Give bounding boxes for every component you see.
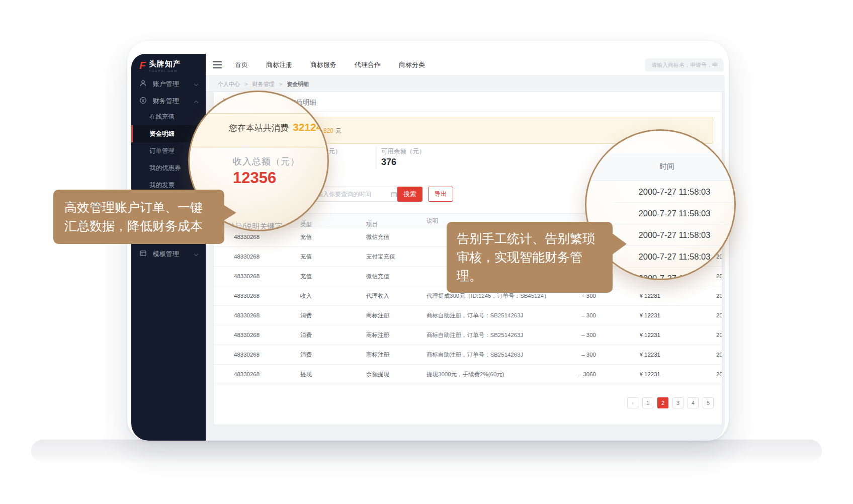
export-button[interactable]: 导出 [428,187,453,202]
pagination-page-1[interactable]: 1 [642,397,653,408]
pagination-prev[interactable]: ‹ [627,397,638,408]
breadcrumb-separator: > [244,81,247,87]
brand-subtitle: TOUPAI.COM [149,69,181,72]
callout-line: 汇总数据，降低财务成本 [64,217,213,235]
magnified-time-cell: 2000-7-27 11:58:03 [614,181,735,203]
sidebar-item-finance[interactable]: 财务管理 [131,92,206,110]
breadcrumb-item-current: 资金明细 [287,81,309,87]
logo: F 头牌知产 TOUPAI.COM [139,60,181,72]
pagination-page-4[interactable]: 4 [688,397,699,408]
pagination-page-3[interactable]: 3 [672,397,684,408]
callout-arrow-right-icon [223,205,236,221]
time-header: 时间 [637,162,697,172]
menu-icon[interactable] [213,61,222,70]
callout-line: 告别手工统计、告别繁琐 [457,229,603,248]
magnified-time-cell: 2000-7-27 11:58:03 [614,224,735,246]
sidebar-item-label: 财务管理 [153,97,179,105]
callout-line: 审核，实现智能财务管 [457,248,603,267]
breadcrumb: 个人中心 > 财务管理 > 资金明细 [206,76,725,92]
pagination-page-2-active[interactable]: 2 [657,397,668,408]
topnav-item-register[interactable]: 商标注册 [266,60,292,69]
template-icon [139,246,147,264]
breadcrumb-item[interactable]: 财务管理 [252,81,275,87]
brand-title: 头牌知产 [149,60,181,68]
sidebar-item-label: 模板管理 [153,250,179,258]
sidebar-item-account[interactable]: 账户管理 [131,75,206,93]
income-label: 收入总额（元） [233,155,300,167]
pagination: ‹ 1 2 3 4 5 [627,397,714,408]
topnav-item-home[interactable]: 首页 [235,60,248,69]
consumption-amount: 32124 [293,121,322,133]
callout-left: 高效管理账户订单、一键 汇总数据，降低财务成本 [53,190,224,244]
topnav-item-services[interactable]: 商标服务 [310,60,336,69]
sidebar-subitem-recharge[interactable]: 在线充值 [131,108,206,125]
magnified-banner-text: 您在本站共消费32124 [229,121,322,134]
topbar: 首页 商标注册 商标服务 代理合作 商标分类 [206,54,725,76]
table-row: 48330268提现余额提现提现3000元，手续费2%(60元)– 3060¥ … [214,365,722,384]
callout-right: 告别手工统计、告别繁琐 审核，实现智能财务管 理。 [447,222,613,293]
chevron-down-icon [194,82,198,86]
breadcrumb-item[interactable]: 个人中心 [218,81,240,87]
pagination-page-5[interactable]: 5 [703,397,714,408]
callout-line: 理。 [457,267,603,285]
header-type[interactable]: 类型 [300,217,305,223]
table-row: 48330268消费商标注册商标自助注册，订单号：SB2514263J– 300… [214,306,722,325]
chevron-down-icon [194,252,198,256]
page: F 头牌知产 TOUPAI.COM 账户管理 [0,0,853,504]
balance-value: 376 [381,157,396,167]
sidebar-item-template[interactable]: 模板管理 [131,245,206,263]
balance-label: 可用余额（元） [381,147,425,156]
header-project[interactable]: 项目 [366,217,371,223]
trademark-search-input[interactable] [645,58,724,71]
table-row: 48330268消费商标注册商标自助注册，订单号：SB2514263J– 300… [214,345,722,365]
breadcrumb-separator: > [279,81,282,87]
laptop-base [31,440,822,463]
topnav: 首页 商标注册 商标服务 代理合作 商标分类 [235,54,425,76]
stats-divider [376,146,376,170]
sidebar: F 头牌知产 TOUPAI.COM 账户管理 [131,54,206,441]
search-button[interactable]: 搜索 [397,187,422,202]
topnav-item-agency[interactable]: 代理合作 [355,60,381,69]
topnav-item-classes[interactable]: 商标分类 [399,60,425,69]
callout-arrow-right-icon [612,233,627,255]
user-icon [139,76,147,94]
callout-line: 高效管理账户订单、一键 [64,198,213,217]
brand-icon: F [139,60,146,71]
sidebar-item-label: 账户管理 [153,80,179,88]
banner-saved-text: 820 元 [323,127,341,135]
table-row: 48330268消费商标注册商标自助注册，订单号：SB2514263J– 300… [214,325,722,345]
header-desc: 说明 [426,217,438,225]
magnified-time-cell: 2000-7-27 11:58:03 [614,203,735,224]
income-value: 12356 [233,169,276,187]
calendar-icon[interactable] [391,191,397,200]
chevron-up-icon [194,101,198,105]
